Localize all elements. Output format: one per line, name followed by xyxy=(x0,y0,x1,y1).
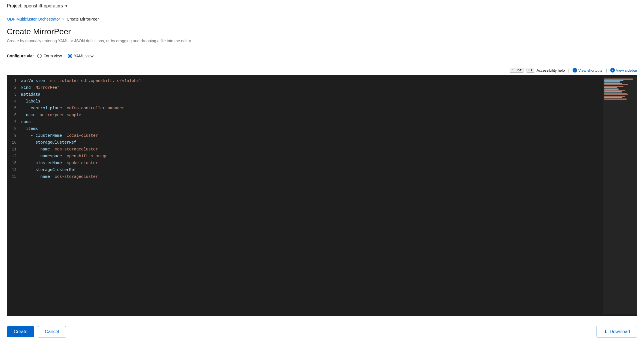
view-shortcuts-link[interactable]: i View shortcuts xyxy=(573,68,602,73)
code-line: - clusterName: spoke-cluster xyxy=(21,160,598,166)
code-line: namespace: openshift-storage xyxy=(21,153,598,160)
configure-section: Configure via: Form view YAML view xyxy=(0,48,644,64)
line-numbers: 123456789101112131415 xyxy=(7,77,21,314)
code-line: name: mirrorpeer-sample xyxy=(21,112,598,118)
code-line: items: xyxy=(21,125,598,132)
code-line: control-plane: odfmo-controller-manager xyxy=(21,105,598,112)
code-line: labels: xyxy=(21,98,598,105)
page-title: Create MirrorPeer xyxy=(7,27,637,36)
code-lines: apiVersion: multicluster.odf.openshift.i… xyxy=(21,77,603,314)
breadcrumb-current: Create MirrorPeer xyxy=(67,17,99,21)
code-content: 123456789101112131415 apiVersion: multic… xyxy=(7,75,637,316)
page-description: Create by manually entering YAML or JSON… xyxy=(7,39,637,43)
editor-container: ⌃ Opt + F1 Accessibility help | i View s… xyxy=(0,64,644,321)
code-line: - clusterName: local-cluster xyxy=(21,132,598,139)
ctrl-opt-kbd: ⌃ Opt xyxy=(510,68,523,73)
minimap xyxy=(603,77,637,314)
project-dropdown-arrow[interactable]: ▾ xyxy=(65,4,67,8)
code-line: kind: MirrorPeer xyxy=(21,84,598,91)
code-line: name: ocs-storagecluster xyxy=(21,146,598,153)
configure-label: Configure via: xyxy=(7,54,34,58)
separator-1: | xyxy=(568,68,569,73)
bottom-left-actions: Create Cancel xyxy=(7,326,66,337)
accessibility-help-text: Accessibility help xyxy=(537,68,565,73)
yaml-view-label: YAML view xyxy=(74,54,93,58)
view-sidebar-label: View sidebar xyxy=(616,68,637,73)
f1-kbd: F1 xyxy=(527,68,534,73)
separator-2: | xyxy=(606,68,607,73)
top-bar: Project: openshift-operators ▾ xyxy=(0,0,644,12)
project-selector-label[interactable]: Project: openshift-operators xyxy=(7,3,63,9)
page-header: Create MirrorPeer Create by manually ent… xyxy=(0,24,644,48)
view-shortcuts-label: View shortcuts xyxy=(578,68,602,73)
code-line: metadata: xyxy=(21,91,598,98)
code-line: storageClusterRef: xyxy=(21,139,598,146)
breadcrumb-parent-link[interactable]: ODF Multicluster Orchestrator xyxy=(7,17,60,21)
create-button[interactable]: Create xyxy=(7,326,34,337)
form-view-label: Form view xyxy=(43,54,62,58)
cancel-button[interactable]: Cancel xyxy=(38,326,66,337)
form-view-option[interactable]: Form view xyxy=(37,54,62,58)
download-icon: ⬇ xyxy=(604,329,607,334)
view-sidebar-icon: i xyxy=(610,68,615,73)
bottom-bar: Create Cancel ⬇ Download xyxy=(0,321,644,342)
form-view-radio[interactable] xyxy=(37,54,42,58)
download-label: Download xyxy=(610,329,630,334)
view-sidebar-link[interactable]: i View sidebar xyxy=(610,68,637,73)
keyboard-shortcut-hint: ⌃ Opt + F1 xyxy=(510,68,534,73)
yaml-editor[interactable]: 123456789101112131415 apiVersion: multic… xyxy=(7,75,637,316)
code-line: apiVersion: multicluster.odf.openshift.i… xyxy=(21,77,598,84)
breadcrumb: ODF Multicluster Orchestrator > Create M… xyxy=(0,12,644,24)
yaml-view-radio[interactable] xyxy=(68,54,72,58)
code-line: name: ocs-storagecluster xyxy=(21,173,598,180)
code-line: spec: xyxy=(21,118,598,125)
download-button[interactable]: ⬇ Download xyxy=(597,326,637,337)
editor-toolbar: ⌃ Opt + F1 Accessibility help | i View s… xyxy=(7,64,637,75)
plus-sign: + xyxy=(524,68,526,72)
view-mode-radio-group: Form view YAML view xyxy=(37,54,93,58)
code-line: storageClusterRef: xyxy=(21,166,598,173)
yaml-view-option[interactable]: YAML view xyxy=(68,54,93,58)
view-shortcuts-icon: i xyxy=(573,68,577,73)
breadcrumb-separator: > xyxy=(62,17,65,21)
